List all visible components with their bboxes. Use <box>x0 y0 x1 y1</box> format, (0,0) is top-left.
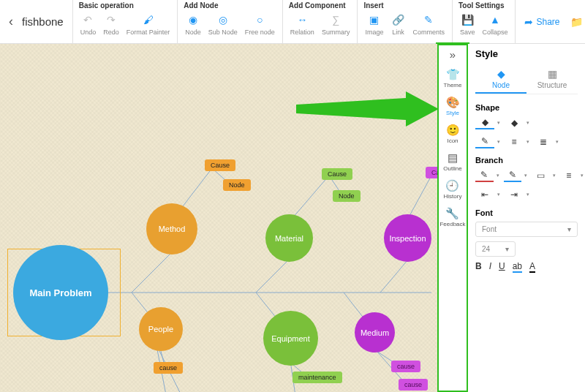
underline-button[interactable]: U <box>499 261 505 273</box>
svg-marker-19 <box>296 91 437 127</box>
strip-icon: 🕘 <box>445 179 459 192</box>
tool-free-node[interactable]: ○Free node <box>244 11 276 37</box>
tool-icon: ▣ <box>367 12 382 27</box>
panel-title: Style <box>475 48 578 59</box>
fill-color-button[interactable]: ◆ <box>475 116 494 129</box>
strip-outline[interactable]: ▤Outline <box>443 151 461 172</box>
strip-label: Outline <box>443 165 461 172</box>
font-size-select[interactable]: 24▾ <box>475 241 516 257</box>
canvas[interactable]: Main Problem Method Material Inspection … <box>0 44 437 392</box>
tool-icon: ◉ <box>186 12 200 27</box>
back-icon[interactable]: ‹ <box>9 14 13 29</box>
group-label: Add Node <box>184 1 276 10</box>
strip-icon: 👕 <box>446 68 460 81</box>
svg-line-2 <box>256 260 289 293</box>
tag[interactable]: maintenance <box>292 372 342 383</box>
shape-button[interactable]: ◆ <box>505 116 524 129</box>
panel-tabs: ◆Node ▦Structure <box>475 65 578 94</box>
tool-format-painter[interactable]: 🖌Format Painter <box>125 11 172 37</box>
tag[interactable]: Cause <box>205 159 235 171</box>
tool-node[interactable]: ◉Node <box>184 11 203 37</box>
node-tab-icon: ◆ <box>497 68 505 80</box>
tool-collapse[interactable]: ▲Collapse <box>480 11 509 37</box>
tool-icon: ↷ <box>104 12 118 27</box>
tool-label: Summary <box>322 29 350 36</box>
tool-icon: ∑ <box>328 12 343 27</box>
tool-icon: ↔ <box>295 12 309 27</box>
svg-line-18 <box>410 176 431 216</box>
tool-undo[interactable]: ↶Undo <box>79 11 98 37</box>
branch-width-button[interactable]: ≡ <box>560 169 578 182</box>
node-method[interactable]: Method <box>146 203 197 255</box>
group-label: Add Component <box>289 1 352 10</box>
tag[interactable]: Cause <box>322 168 352 180</box>
tool-icon: ↶ <box>80 12 95 27</box>
strip-icon: » <box>450 48 456 61</box>
border-style-button[interactable]: ≡ <box>505 135 524 148</box>
annotation-arrow <box>296 91 437 128</box>
font-color-button[interactable]: A <box>529 261 535 273</box>
strip-label: Icon <box>447 137 458 144</box>
node-material[interactable]: Material <box>265 214 313 262</box>
tool-link[interactable]: 🔗Link <box>389 11 407 37</box>
export-button[interactable]: 📁Export <box>570 16 585 28</box>
strip-icon: 🙂 <box>446 124 460 137</box>
strip-theme[interactable]: 👕Theme <box>444 68 462 88</box>
tab-node[interactable]: ◆Node <box>475 65 526 94</box>
share-button[interactable]: ➦Share <box>524 16 559 28</box>
node-medium[interactable]: Medium <box>355 312 395 353</box>
italic-button[interactable]: I <box>489 261 491 273</box>
branch-color1-button[interactable]: ✎ <box>475 169 494 182</box>
section-font: Font <box>475 208 578 217</box>
tag[interactable]: cause <box>399 379 428 391</box>
indent-right-button[interactable]: ⇥ <box>505 188 524 201</box>
tag[interactable]: Node <box>333 190 361 202</box>
tool-label: Free node <box>245 29 275 36</box>
border-color-button[interactable]: ✎ <box>475 135 494 148</box>
node-main[interactable]: Main Problem <box>13 245 108 340</box>
tool-label: Link <box>392 29 404 36</box>
highlight-button[interactable]: ab <box>513 261 522 273</box>
tool-label: Save <box>460 29 475 36</box>
strip-label: Style <box>446 110 459 116</box>
tool-summary[interactable]: ∑Summary <box>320 11 352 37</box>
strip-icon: 🎨 <box>446 96 460 109</box>
export-icon: 📁 <box>570 16 583 28</box>
group-label: Tool Settings <box>458 1 510 10</box>
tool-icon: 🔗 <box>390 12 405 27</box>
node-inspection[interactable]: Inspection <box>384 214 431 262</box>
node-people[interactable]: People <box>139 307 183 351</box>
tool-relation[interactable]: ↔Relation <box>289 11 316 37</box>
branch-style-button[interactable]: ▭ <box>532 169 550 182</box>
share-icon: ➦ <box>524 16 533 28</box>
tag[interactable]: Node <box>223 179 251 191</box>
strip-icon[interactable]: 🙂Icon <box>446 124 460 144</box>
svg-line-1 <box>132 252 172 293</box>
strip-label: History <box>444 193 462 200</box>
tool-sub-node[interactable]: ◎Sub Node <box>207 11 239 37</box>
tab-structure[interactable]: ▦Structure <box>526 65 578 94</box>
bold-button[interactable]: B <box>475 261 482 273</box>
tool-icon: 🖌 <box>141 12 156 27</box>
strip-collapse[interactable]: » <box>450 48 456 61</box>
node-equipment[interactable]: Equipment <box>263 311 318 366</box>
workspace: Main Problem Method Material Inspection … <box>0 44 585 392</box>
tag[interactable]: cause <box>154 362 183 374</box>
font-family-select[interactable]: Font▾ <box>475 222 578 237</box>
structure-tab-icon: ▦ <box>548 68 557 80</box>
tag[interactable]: cause <box>391 361 420 372</box>
style-panel: Style ◆Node ▦Structure Shape ◆ ◆ ✎ ≡ ≣ B… <box>468 44 585 392</box>
strip-feedback[interactable]: 🔧Feedback <box>439 207 465 227</box>
svg-line-7 <box>183 168 212 206</box>
tag[interactable]: Ca <box>426 167 437 178</box>
tool-redo[interactable]: ↷Redo <box>102 11 121 37</box>
tool-save[interactable]: 💾Save <box>458 11 477 37</box>
tool-comments[interactable]: ✎Comments <box>411 11 446 37</box>
strip-history[interactable]: 🕘History <box>444 179 462 200</box>
strip-style[interactable]: 🎨Style <box>446 96 460 116</box>
tool-label: Image <box>365 29 383 36</box>
tool-image[interactable]: ▣Image <box>363 11 385 37</box>
indent-left-button[interactable]: ⇤ <box>475 188 494 201</box>
border-width-button[interactable]: ≣ <box>534 135 553 148</box>
branch-color2-button[interactable]: ✎ <box>504 169 522 182</box>
